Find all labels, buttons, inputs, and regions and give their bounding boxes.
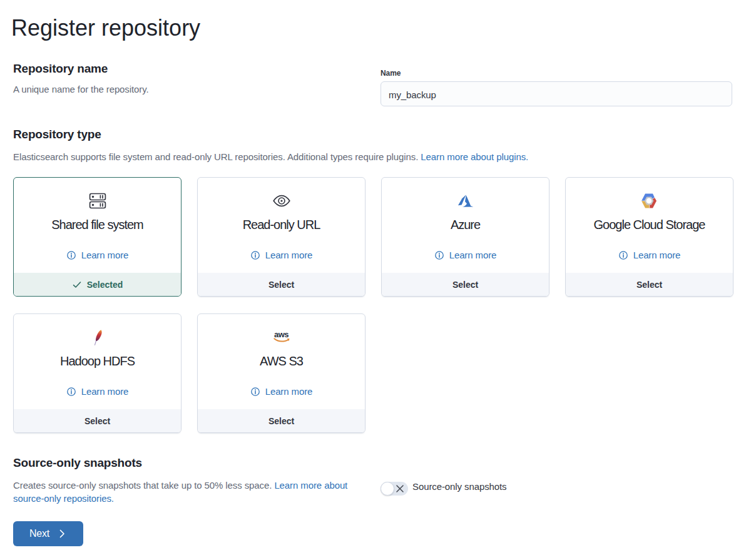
svg-text:aws: aws: [273, 330, 288, 339]
